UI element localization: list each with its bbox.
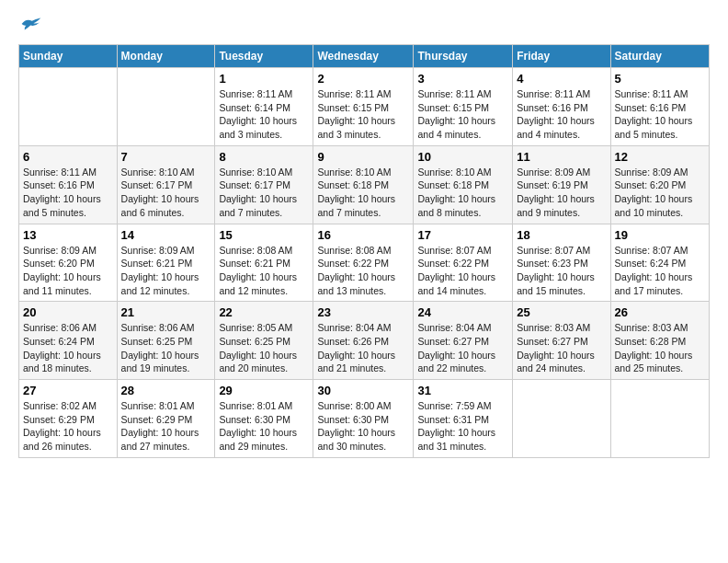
calendar-cell: 14Sunrise: 8:09 AM Sunset: 6:21 PM Dayli… — [117, 224, 215, 302]
cell-content: Sunrise: 8:09 AM Sunset: 6:21 PM Dayligh… — [121, 244, 211, 298]
cell-content: Sunrise: 8:03 AM Sunset: 6:27 PM Dayligh… — [517, 321, 606, 375]
calendar-cell: 7Sunrise: 8:10 AM Sunset: 6:17 PM Daylig… — [117, 145, 215, 224]
weekday-header-row: SundayMondayTuesdayWednesdayThursdayFrid… — [19, 45, 710, 68]
cell-content: Sunrise: 8:11 AM Sunset: 6:14 PM Dayligh… — [219, 87, 309, 142]
day-number: 31 — [417, 384, 508, 397]
day-number: 5 — [615, 72, 705, 86]
calendar-cell: 6Sunrise: 8:11 AM Sunset: 6:16 PM Daylig… — [19, 145, 118, 224]
calendar-cell: 25Sunrise: 8:03 AM Sunset: 6:27 PM Dayli… — [513, 302, 610, 380]
cell-content: Sunrise: 8:09 AM Sunset: 6:19 PM Dayligh… — [517, 166, 606, 220]
day-number: 25 — [517, 305, 606, 319]
weekday-header-wednesday: Wednesday — [313, 45, 414, 68]
cell-content: Sunrise: 8:10 AM Sunset: 6:18 PM Dayligh… — [317, 166, 409, 220]
day-number: 28 — [121, 384, 211, 397]
calendar-cell: 10Sunrise: 8:10 AM Sunset: 6:18 PM Dayli… — [414, 145, 513, 224]
calendar-week-2: 6Sunrise: 8:11 AM Sunset: 6:16 PM Daylig… — [19, 145, 710, 224]
cell-content: Sunrise: 8:09 AM Sunset: 6:20 PM Dayligh… — [23, 244, 113, 298]
cell-content: Sunrise: 8:01 AM Sunset: 6:30 PM Dayligh… — [219, 399, 309, 454]
calendar-cell: 30Sunrise: 8:00 AM Sunset: 6:30 PM Dayli… — [313, 380, 414, 458]
day-number: 17 — [417, 228, 508, 242]
cell-content: Sunrise: 8:06 AM Sunset: 6:24 PM Dayligh… — [23, 321, 113, 375]
day-number: 27 — [23, 384, 113, 397]
calendar-cell: 8Sunrise: 8:10 AM Sunset: 6:17 PM Daylig… — [215, 145, 313, 224]
calendar-cell: 11Sunrise: 8:09 AM Sunset: 6:19 PM Dayli… — [513, 145, 610, 224]
day-number: 24 — [417, 305, 508, 319]
cell-content: Sunrise: 8:11 AM Sunset: 6:15 PM Dayligh… — [317, 87, 409, 142]
day-number: 3 — [417, 72, 508, 86]
weekday-header-monday: Monday — [117, 45, 215, 68]
calendar-cell: 17Sunrise: 8:07 AM Sunset: 6:22 PM Dayli… — [414, 224, 513, 302]
cell-content: Sunrise: 8:06 AM Sunset: 6:25 PM Dayligh… — [121, 321, 211, 375]
day-number: 15 — [219, 228, 309, 242]
logo — [18, 15, 42, 33]
cell-content: Sunrise: 8:10 AM Sunset: 6:18 PM Dayligh… — [417, 166, 508, 220]
cell-content: Sunrise: 8:11 AM Sunset: 6:16 PM Dayligh… — [615, 87, 705, 142]
calendar-week-3: 13Sunrise: 8:09 AM Sunset: 6:20 PM Dayli… — [19, 224, 710, 302]
calendar-week-4: 20Sunrise: 8:06 AM Sunset: 6:24 PM Dayli… — [19, 302, 710, 380]
cell-content: Sunrise: 8:01 AM Sunset: 6:29 PM Dayligh… — [121, 399, 211, 454]
day-number: 12 — [615, 150, 705, 164]
weekday-header-saturday: Saturday — [610, 45, 709, 68]
calendar-cell: 28Sunrise: 8:01 AM Sunset: 6:29 PM Dayli… — [117, 380, 215, 458]
cell-content: Sunrise: 7:59 AM Sunset: 6:31 PM Dayligh… — [417, 399, 508, 454]
cell-content: Sunrise: 8:03 AM Sunset: 6:28 PM Dayligh… — [615, 321, 705, 375]
cell-content: Sunrise: 8:09 AM Sunset: 6:20 PM Dayligh… — [615, 166, 705, 220]
weekday-header-thursday: Thursday — [414, 45, 513, 68]
day-number: 21 — [121, 305, 211, 319]
calendar-cell: 1Sunrise: 8:11 AM Sunset: 6:14 PM Daylig… — [215, 68, 313, 146]
day-number: 18 — [517, 228, 606, 242]
day-number: 2 — [317, 72, 409, 86]
calendar-cell: 2Sunrise: 8:11 AM Sunset: 6:15 PM Daylig… — [313, 68, 414, 146]
calendar-cell: 13Sunrise: 8:09 AM Sunset: 6:20 PM Dayli… — [19, 224, 118, 302]
calendar-cell: 22Sunrise: 8:05 AM Sunset: 6:25 PM Dayli… — [215, 302, 313, 380]
cell-content: Sunrise: 8:11 AM Sunset: 6:16 PM Dayligh… — [517, 87, 606, 142]
calendar-cell: 29Sunrise: 8:01 AM Sunset: 6:30 PM Dayli… — [215, 380, 313, 458]
day-number: 19 — [615, 228, 705, 242]
day-number: 8 — [219, 150, 309, 164]
day-number: 1 — [219, 72, 309, 86]
calendar-cell: 21Sunrise: 8:06 AM Sunset: 6:25 PM Dayli… — [117, 302, 215, 380]
day-number: 26 — [615, 305, 705, 319]
calendar-cell — [513, 380, 610, 458]
calendar-cell: 3Sunrise: 8:11 AM Sunset: 6:15 PM Daylig… — [414, 68, 513, 146]
calendar-cell: 16Sunrise: 8:08 AM Sunset: 6:22 PM Dayli… — [313, 224, 414, 302]
page: SundayMondayTuesdayWednesdayThursdayFrid… — [0, 0, 728, 473]
weekday-header-sunday: Sunday — [19, 45, 118, 68]
day-number: 11 — [517, 150, 606, 164]
calendar-cell: 26Sunrise: 8:03 AM Sunset: 6:28 PM Dayli… — [610, 302, 709, 380]
day-number: 9 — [317, 150, 409, 164]
calendar-cell: 18Sunrise: 8:07 AM Sunset: 6:23 PM Dayli… — [513, 224, 610, 302]
day-number: 23 — [317, 305, 409, 319]
cell-content: Sunrise: 8:04 AM Sunset: 6:26 PM Dayligh… — [317, 321, 409, 375]
cell-content: Sunrise: 8:02 AM Sunset: 6:29 PM Dayligh… — [23, 399, 113, 454]
day-number: 4 — [517, 72, 606, 86]
cell-content: Sunrise: 8:08 AM Sunset: 6:21 PM Dayligh… — [219, 244, 309, 298]
day-number: 13 — [23, 228, 113, 242]
calendar-cell: 27Sunrise: 8:02 AM Sunset: 6:29 PM Dayli… — [19, 380, 118, 458]
calendar-cell: 24Sunrise: 8:04 AM Sunset: 6:27 PM Dayli… — [414, 302, 513, 380]
weekday-header-friday: Friday — [513, 45, 610, 68]
calendar-cell: 9Sunrise: 8:10 AM Sunset: 6:18 PM Daylig… — [313, 145, 414, 224]
calendar-cell — [610, 380, 709, 458]
calendar-cell: 23Sunrise: 8:04 AM Sunset: 6:26 PM Dayli… — [313, 302, 414, 380]
cell-content: Sunrise: 8:04 AM Sunset: 6:27 PM Dayligh… — [417, 321, 508, 375]
cell-content: Sunrise: 8:07 AM Sunset: 6:22 PM Dayligh… — [417, 244, 508, 298]
calendar-week-5: 27Sunrise: 8:02 AM Sunset: 6:29 PM Dayli… — [19, 380, 710, 458]
day-number: 7 — [121, 150, 211, 164]
day-number: 29 — [219, 384, 309, 397]
cell-content: Sunrise: 8:05 AM Sunset: 6:25 PM Dayligh… — [219, 321, 309, 375]
cell-content: Sunrise: 8:07 AM Sunset: 6:23 PM Dayligh… — [517, 244, 606, 298]
day-number: 14 — [121, 228, 211, 242]
calendar-cell: 5Sunrise: 8:11 AM Sunset: 6:16 PM Daylig… — [610, 68, 709, 146]
logo-bird-icon — [20, 15, 42, 33]
calendar-cell — [117, 68, 215, 146]
day-number: 16 — [317, 228, 409, 242]
cell-content: Sunrise: 8:10 AM Sunset: 6:17 PM Dayligh… — [121, 166, 211, 220]
cell-content: Sunrise: 8:10 AM Sunset: 6:17 PM Dayligh… — [219, 166, 309, 220]
calendar-cell: 12Sunrise: 8:09 AM Sunset: 6:20 PM Dayli… — [610, 145, 709, 224]
weekday-header-tuesday: Tuesday — [215, 45, 313, 68]
calendar-cell: 20Sunrise: 8:06 AM Sunset: 6:24 PM Dayli… — [19, 302, 118, 380]
calendar-cell: 31Sunrise: 7:59 AM Sunset: 6:31 PM Dayli… — [414, 380, 513, 458]
calendar-cell — [19, 68, 118, 146]
cell-content: Sunrise: 8:08 AM Sunset: 6:22 PM Dayligh… — [317, 244, 409, 298]
